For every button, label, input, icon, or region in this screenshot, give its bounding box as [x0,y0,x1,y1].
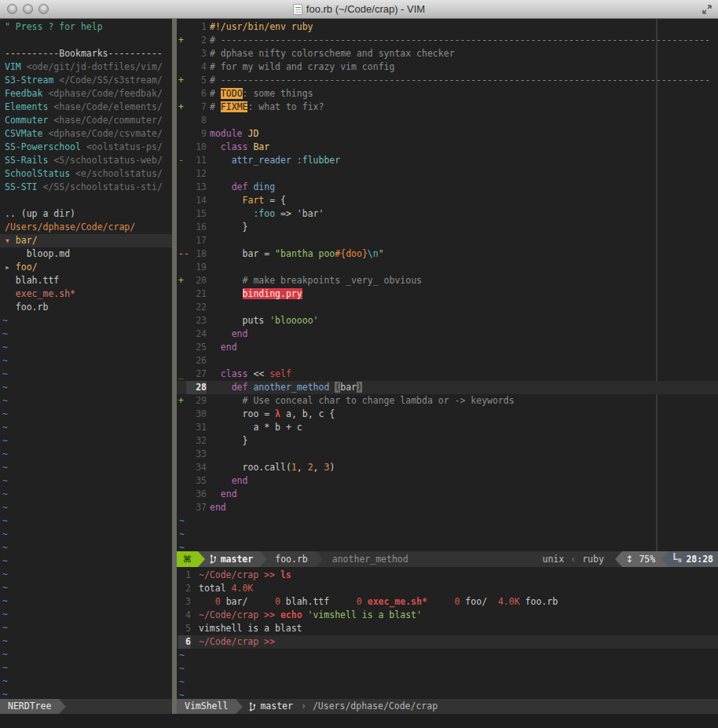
code-line[interactable]: 9module JD [177,127,718,141]
scroll-icon: ↕ [626,554,634,565]
code-line[interactable]: 1#!/usr/bin/env ruby [177,20,718,34]
empty-line-tilde: ~ [0,381,172,394]
shell-line[interactable]: 5vimshell is a blast [177,622,718,635]
code-line[interactable]: +29 # Use conceal char to change lambda … [177,394,718,408]
code-line[interactable]: 8 [177,114,718,127]
code-line[interactable]: 16 } [177,221,718,234]
code-line[interactable]: _27 class << self [177,368,718,381]
bookmark-item[interactable]: S3-Stream </Code/SS/s3stream/ [0,74,172,87]
code-line[interactable]: 31 a * b + c [177,421,718,434]
vimshell-label: VimShell [177,699,236,714]
empty-line-tilde: ~ [177,662,718,675]
empty-line-tilde: ~ [0,448,172,461]
bookmark-item[interactable]: CSVMate <dphase/Code/csvmate/ [0,127,172,141]
code-line[interactable]: 37end [177,501,718,514]
vim-command-line[interactable] [0,714,718,728]
code-line[interactable]: --18 bar = "bantha poo#{doo}\n" [177,247,718,261]
code-line[interactable]: 13 def ding [177,181,718,194]
bookmark-item[interactable]: SS-Rails <S/schoolstatus-web/ [0,154,172,167]
empty-line-tilde: ~ [177,528,718,541]
statusline: ⌘ master foo.rb another_method unix ‹ ru… [177,551,718,567]
code-line[interactable]: 33 [177,448,718,461]
bookmark-item[interactable]: SS-Powerschool <oolstatus-ps/ [0,141,172,154]
line-number: 19 [186,261,207,274]
fullscreen-icon[interactable] [702,4,713,15]
code-line[interactable]: 23 puts 'blooooo' [177,314,718,327]
empty-line-tilde: ~ [0,514,172,528]
code-line[interactable]: +2# ------------------------------------… [177,34,718,47]
code-line[interactable]: +7# FIXME: what to fix? [177,101,718,114]
shell-line[interactable]: 2total 4.0K [177,582,718,595]
code-line[interactable]: 12 [177,167,718,181]
zoom-button[interactable] [38,4,49,14]
bookmark-item[interactable]: SchoolStatus <e/schoolstatus/ [0,167,172,181]
code-line[interactable]: 19 [177,261,718,274]
empty-line-tilde: ~ [0,541,172,554]
vimshell-buffer: 1~/Code/crap >> ls2total 4.0K3 0 bar/ 0 … [177,567,718,699]
code-line[interactable]: 6# TODO: some things [177,87,718,101]
code-line[interactable]: -11 attr_reader :flubber [177,154,718,167]
code-line[interactable]: 10 class Bar [177,141,718,154]
code-line[interactable]: +5# ------------------------------------… [177,74,718,87]
bookmark-item[interactable]: SS-STI </SS/schoolstatus-sti/ [0,181,172,194]
code-line[interactable]: 30 roo = λ a, b, c { [177,408,718,421]
minimize-button[interactable] [23,4,33,14]
line-number: 23 [186,314,207,327]
line-number: 12 [186,167,207,181]
empty-line-tilde: ~ [0,581,172,594]
powerline-arrow [661,551,669,567]
vim-window: foo.rb (~/Code/crap) - VIM " Press ? for… [0,0,718,728]
git-branch-segment: master [243,699,299,714]
line-number: 10 [186,141,207,154]
bookmark-item[interactable]: VIM <ode/git/jd-dotfiles/vim/ [0,60,172,74]
bookmark-item[interactable]: Feedbak <dphase/Code/feedbak/ [0,87,172,101]
code-line[interactable]: 25 end [177,341,718,354]
bookmark-item[interactable]: Elements <hase/Code/elements/ [0,101,172,114]
code-line[interactable]: 21 binding.pry [177,287,718,301]
line-number: 11 [186,154,207,167]
line-number: 29 [186,394,207,408]
bookmark-item[interactable]: Commuter <hase/Code/commuter/ [0,114,172,127]
tree-item-file[interactable]: blah.ttf [0,274,172,287]
tree-item-file[interactable]: foo.rb [0,301,172,314]
code-line[interactable]: 36 end [177,488,718,501]
code-line[interactable]: 34 roo.call(1, 2, 3) [177,461,718,474]
tree-item-file[interactable]: bloop.md [0,247,172,261]
code-line[interactable]: 14 Fart = { [177,194,718,207]
code-line[interactable]: 22 [177,301,718,314]
powerline-arrow [59,699,66,714]
shell-line[interactable]: 4~/Code/crap >> echo 'vimshell is a blas… [177,609,718,622]
document-icon [293,4,302,15]
code-line[interactable]: 4# for my wild and crazy vim config [177,60,718,74]
code-line[interactable]: 26 [177,354,718,368]
code-line[interactable]: 15 :foo => 'bar' [177,207,718,221]
tree-item-dir[interactable]: ▸ foo/ [0,261,172,274]
empty-line-tilde: ~ [0,635,172,648]
line-number: 2 [178,582,191,595]
shell-line[interactable]: 1~/Code/crap >> ls [177,569,718,582]
tree-item-dir[interactable]: ▾ bar/ [0,234,172,247]
fileformat: unix [537,551,571,567]
nerdtree-help[interactable]: " Press ? for help [0,20,172,34]
code-line[interactable]: +20 # make breakpoints _very_ obvious [177,274,718,287]
code-line[interactable]: 24 end [177,327,718,341]
code-line-cursor[interactable]: 28 def another_method (bar) [177,381,718,394]
empty-line-tilde: ~ [0,554,172,568]
close-button[interactable] [7,4,17,14]
line-number: 4 [178,609,191,622]
tree-item-file[interactable]: exec_me.sh* [0,287,172,301]
current-function: another_method [323,551,418,567]
code-line[interactable]: 17 [177,234,718,247]
line-number: 8 [186,114,207,127]
empty-line-tilde: ~ [0,354,172,368]
empty-line-tilde: ~ [0,368,172,381]
shell-line-cursor[interactable]: 6~/Code/crap >> [177,635,718,649]
thin-separator: › [299,699,308,714]
line-number: 22 [186,301,207,314]
shell-line[interactable]: 3 0 bar/ 0 blah.ttf 0 exec_me.sh* 0 foo/… [177,595,718,609]
code-line[interactable]: 35 end [177,474,718,488]
tree-root-path[interactable]: /Users/dphase/Code/crap/ [0,221,172,234]
code-line[interactable]: 32 } [177,434,718,448]
tree-item-file[interactable]: .. (up a dir) [0,207,172,221]
code-line[interactable]: 3# dphase nifty colorscheme and syntax c… [177,47,718,60]
